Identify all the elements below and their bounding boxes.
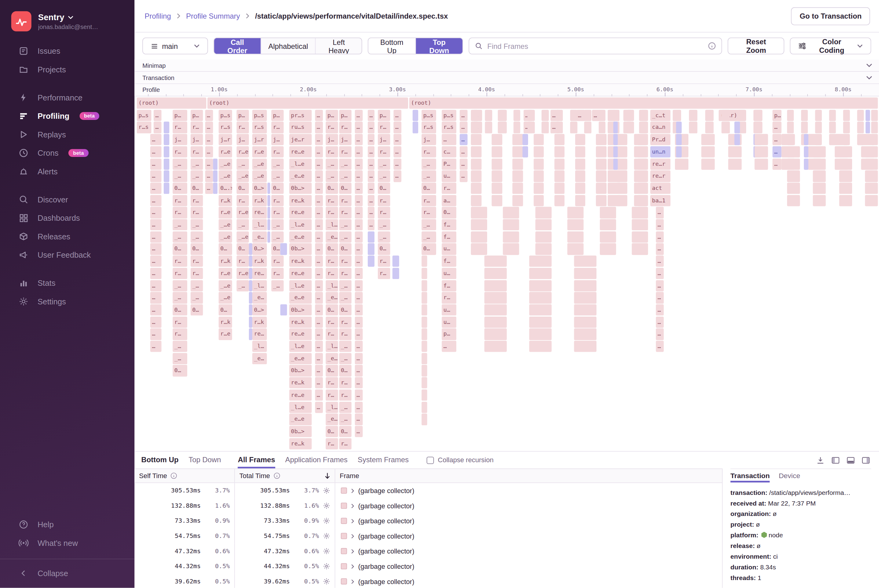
flame-frame[interactable] [556, 110, 563, 121]
flame-frame[interactable]: _… [173, 159, 187, 170]
flame-frame[interactable]: _… [173, 231, 187, 242]
flame-frame[interactable]: ca…n [650, 122, 670, 133]
flame-frame[interactable] [813, 146, 826, 158]
flame-frame[interactable]: 0b…> [289, 243, 311, 255]
flame-frame[interactable] [568, 231, 584, 242]
flame-frame[interactable]: re…e [289, 207, 311, 218]
flame-frame[interactable] [471, 122, 478, 133]
flame-frame[interactable] [527, 122, 535, 133]
flame-frame[interactable] [639, 122, 647, 133]
flame-frame[interactable]: … [656, 255, 664, 267]
flame-frame[interactable]: … [656, 280, 664, 291]
flame-frame[interactable]: … [368, 146, 374, 158]
flame-frame[interactable]: … [355, 243, 363, 255]
flame-frame[interactable]: f… [442, 231, 456, 242]
flame-frame[interactable]: pr…s [289, 110, 311, 121]
sidebar-item-alerts[interactable]: Alerts [0, 162, 135, 180]
breadcrumb-profile-summary[interactable]: Profile Summary [186, 12, 240, 21]
flame-frame[interactable] [249, 255, 252, 267]
flame-frame[interactable]: 0… [237, 243, 249, 255]
flame-frame[interactable]: re…k [289, 316, 311, 328]
details-tab-transaction[interactable]: Transaction [730, 469, 770, 482]
flame-frame[interactable] [529, 341, 551, 352]
flame-frame[interactable]: _… [271, 231, 283, 242]
flame-frame[interactable]: r… [442, 183, 456, 194]
flame-frame[interactable]: _… [191, 231, 203, 242]
flame-frame[interactable] [570, 122, 577, 133]
flame-frame[interactable]: _… [378, 159, 390, 170]
minimap-section-header[interactable]: Minimap [135, 60, 879, 72]
flame-frame[interactable] [492, 170, 502, 182]
flame-frame[interactable] [596, 146, 606, 158]
flame-frame[interactable]: r… [326, 268, 338, 279]
flame-frame[interactable]: je…r [289, 134, 311, 146]
flame-frame[interactable]: p…s [421, 110, 436, 121]
flame-frame[interactable] [804, 159, 808, 170]
self-time-header[interactable]: Self Time [139, 472, 167, 480]
flame-frame[interactable]: _… [173, 170, 187, 182]
flame-frame[interactable]: r… [191, 207, 203, 218]
flame-frame[interactable]: _e…e [289, 231, 311, 242]
flame-frame[interactable]: … [205, 134, 213, 146]
flame-frame[interactable]: p… [326, 110, 338, 121]
flame-frame[interactable] [529, 268, 551, 279]
flame-frame[interactable]: _…e [237, 170, 249, 182]
flame-frame[interactable]: … [205, 110, 213, 121]
frame-header[interactable]: Frame [340, 472, 359, 480]
flame-frame[interactable]: 0b…> [289, 426, 311, 437]
expand-chevron-icon[interactable] [351, 533, 354, 538]
flame-frame[interactable] [267, 231, 270, 242]
flame-frame[interactable] [533, 146, 544, 158]
flame-frame[interactable] [815, 134, 822, 146]
flame-frame[interactable] [471, 243, 487, 255]
flame-frame[interactable]: re…e [289, 328, 311, 340]
flame-frame[interactable] [421, 328, 427, 340]
flame-frame[interactable]: … [315, 146, 323, 158]
flame-frame[interactable]: … [315, 268, 323, 279]
flame-frame[interactable] [675, 159, 688, 170]
expand-chevron-icon[interactable] [351, 518, 354, 524]
flame-frame[interactable] [598, 110, 606, 121]
flame-frame[interactable] [702, 134, 715, 146]
flame-frame[interactable]: _… [271, 159, 283, 170]
flame-frame[interactable] [471, 146, 481, 158]
table-row[interactable]: 44.32ms0.5%44.32ms0.5%(garbage collector… [135, 559, 722, 574]
sidebar-item-user-feedback[interactable]: User Feedback [0, 246, 135, 264]
flame-frame[interactable] [392, 255, 399, 267]
flame-frame[interactable]: … [315, 365, 323, 376]
flame-frame[interactable]: r… [326, 146, 338, 158]
flame-frame[interactable]: j… [421, 134, 436, 146]
flame-frame[interactable]: r… [421, 146, 436, 158]
flame-frame[interactable]: … [153, 122, 162, 133]
flame-frame[interactable]: f… [442, 280, 456, 291]
flame-frame[interactable] [556, 122, 563, 133]
flame-frame[interactable] [574, 341, 597, 352]
flame-frame[interactable]: ba…1 [650, 195, 670, 206]
flame-frame[interactable] [596, 170, 606, 182]
flame-frame[interactable] [574, 304, 597, 315]
flame-frame[interactable] [575, 159, 586, 170]
flame-frame[interactable]: 0… [326, 183, 338, 194]
flame-frame[interactable]: r…e [237, 268, 249, 279]
flame-frame[interactable] [471, 195, 481, 206]
flame-frame[interactable]: r… [326, 377, 338, 388]
flame-frame[interactable] [815, 122, 822, 133]
flame-frame[interactable]: j… [378, 134, 390, 146]
flame-frame[interactable] [164, 159, 169, 170]
flame-frame[interactable]: r…e [219, 268, 232, 279]
flame-frame[interactable] [574, 292, 597, 303]
flame-frame[interactable]: … [442, 134, 456, 146]
flame-frame[interactable]: r…e [237, 146, 249, 158]
sidebar-item-settings[interactable]: Settings [0, 292, 135, 310]
flame-frame[interactable] [568, 243, 584, 255]
sort-alphabetical-button[interactable]: Alphabetical [260, 38, 316, 54]
flame-frame[interactable] [689, 122, 697, 133]
flame-frame[interactable] [813, 170, 826, 182]
flame-frame[interactable] [421, 280, 427, 291]
flame-frame[interactable] [634, 159, 647, 170]
download-icon[interactable] [816, 456, 825, 464]
details-tab-device[interactable]: Device [779, 469, 800, 482]
flame-frame[interactable]: … [368, 110, 374, 121]
flame-frame[interactable] [164, 122, 169, 133]
flame-frame[interactable]: … [576, 110, 585, 121]
